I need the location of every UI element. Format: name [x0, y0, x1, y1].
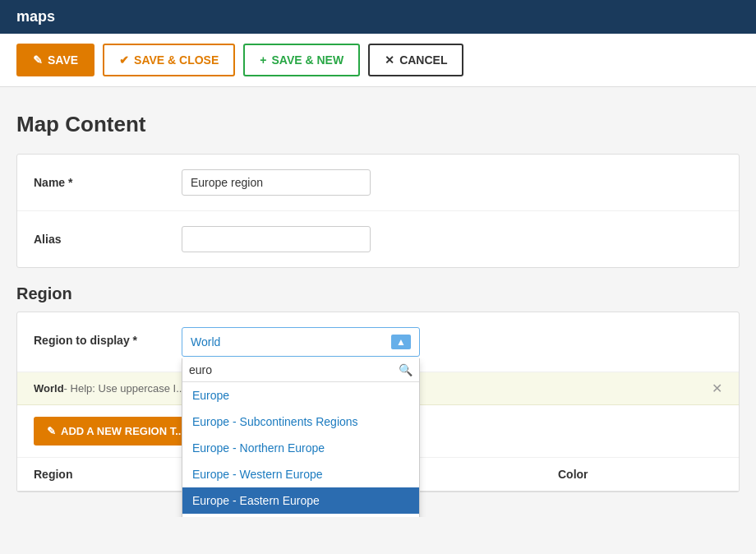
add-region-label: ADD A NEW REGION T... [61, 425, 184, 437]
save-new-label: SAVE & NEW [271, 53, 343, 67]
search-input[interactable] [189, 363, 399, 376]
region-section-title: Region [16, 284, 740, 303]
region-dropdown-panel: 🔍 Europe Europe - Subcontinents Regions … [182, 358, 420, 517]
add-region-button[interactable]: ✎ ADD A NEW REGION T... [34, 417, 197, 446]
alias-input-wrapper [182, 226, 722, 252]
save-new-button[interactable]: + SAVE & NEW [243, 44, 360, 76]
edit-icon: ✎ [47, 425, 56, 437]
search-icon: 🔍 [399, 363, 413, 376]
help-close-button[interactable]: ✕ [712, 381, 722, 396]
main-content: Map Content Name * Alias Region Region t… [0, 87, 756, 517]
table-col-color-header: Color [558, 468, 722, 481]
x-icon: ✕ [385, 53, 394, 67]
save-label: SAVE [48, 53, 78, 67]
dropdown-item-western[interactable]: Europe - Western Europe [182, 461, 419, 487]
region-dropdown-selected[interactable]: World ▲ [182, 327, 420, 357]
region-display-row: Region to display * World ▲ 🔍 Europe Eur… [17, 312, 739, 372]
alias-row: Alias [17, 211, 739, 267]
plus-icon: + [260, 53, 266, 67]
region-display-label: Region to display * [34, 327, 182, 347]
dropdown-item-southern[interactable]: Europe - Southern Europe [182, 514, 419, 517]
dropdown-item-northern[interactable]: Europe - Northern Europe [182, 435, 419, 461]
dropdown-item-europe[interactable]: Europe [182, 382, 419, 409]
check-icon: ✔ [119, 53, 129, 67]
save-close-label: SAVE & CLOSE [134, 53, 219, 67]
name-label: Name * [34, 169, 182, 189]
name-row: Name * [17, 155, 739, 211]
save-button[interactable]: ✎ SAVE [16, 44, 94, 76]
dropdown-arrow-icon: ▲ [391, 335, 411, 349]
save-close-button[interactable]: ✔ SAVE & CLOSE [103, 44, 235, 76]
search-box: 🔍 [182, 358, 419, 382]
dropdown-item-subcontinents[interactable]: Europe - Subcontinents Regions [182, 409, 419, 435]
name-input[interactable] [182, 169, 371, 196]
alias-input[interactable] [182, 226, 371, 252]
name-input-wrapper [182, 169, 722, 196]
alias-label: Alias [34, 226, 182, 246]
region-dropdown-wrapper: World ▲ 🔍 Europe Europe - Subcontinents … [182, 327, 420, 357]
toolbar: ✎ SAVE ✔ SAVE & CLOSE + SAVE & NEW ✕ CAN… [0, 34, 756, 87]
map-content-section: Name * Alias [16, 154, 740, 268]
region-selected-value: World [191, 335, 220, 349]
page-title: Map Content [16, 112, 740, 137]
dropdown-item-eastern[interactable]: Europe - Eastern Europe [182, 487, 419, 514]
save-icon: ✎ [33, 53, 43, 67]
region-section: Region to display * World ▲ 🔍 Europe Eur… [16, 312, 740, 492]
cancel-label: CANCEL [399, 53, 447, 67]
cancel-button[interactable]: ✕ CANCEL [368, 44, 463, 76]
app-title: maps [16, 8, 55, 25]
top-bar: maps [0, 0, 756, 34]
